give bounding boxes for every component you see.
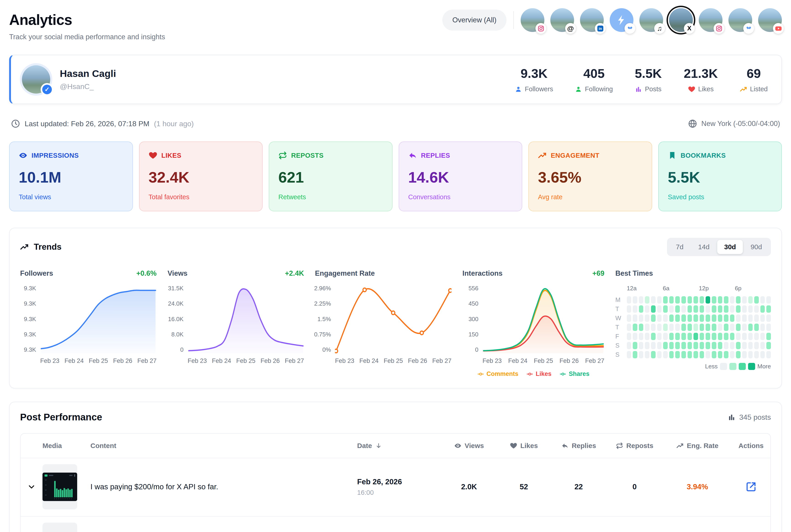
overview-all-button[interactable]: Overview (All)	[442, 10, 507, 31]
heatmap-cell	[681, 305, 686, 313]
range-30d-button[interactable]: 30d	[717, 240, 743, 254]
best-times-heatmap: Best Times 12a6a12p6p MTWTFSS LessMore	[615, 269, 771, 378]
chevron-down-icon	[27, 483, 36, 491]
range-90d-button[interactable]: 90d	[744, 240, 769, 254]
post-media-thumbnail[interactable]	[42, 522, 77, 532]
heatmap-cell	[633, 296, 637, 304]
post-row-partial	[21, 516, 770, 532]
heatmap-cell	[760, 315, 765, 322]
heatmap-cell	[681, 315, 686, 322]
bar-chart-icon	[635, 86, 642, 93]
external-link-icon	[746, 481, 756, 492]
account-avatar-instagram-2[interactable]	[699, 8, 722, 32]
heatmap-cell	[754, 305, 759, 313]
stat-following: 405 Following	[575, 66, 613, 93]
last-updated-text: Last updated: Feb 26, 2026, 07:18 PM	[25, 119, 149, 128]
heatmap-cell	[705, 342, 710, 349]
posts-label: Posts	[635, 86, 662, 93]
profile-avatar: ✓	[22, 65, 50, 94]
heatmap-cell	[742, 333, 747, 340]
heatmap-cell	[748, 305, 753, 313]
clock-icon	[11, 119, 20, 128]
expand-row-button[interactable]	[21, 483, 42, 491]
profile-stats: 9.3K Followers 405 Following 5.5K Posts	[515, 66, 768, 93]
account-avatar-bluesky-bolt[interactable]	[610, 8, 633, 32]
heatmap-cell	[730, 315, 735, 322]
heatmap-cell	[766, 342, 771, 349]
bookmarks-card: BOOKMARKS 5.5K Saved posts	[658, 141, 782, 211]
views-chart: Views +2.4K 31.5K24.0K16.0K8.0K0 Feb 23F…	[168, 269, 304, 378]
heatmap-cell	[742, 305, 747, 313]
open-post-button[interactable]	[732, 481, 770, 492]
col-replies: Replies	[551, 442, 606, 450]
threads-icon: @	[565, 23, 576, 34]
heatmap-cell	[687, 305, 692, 313]
heatmap-cell	[687, 315, 692, 322]
account-avatar-linkedin[interactable]: in	[580, 8, 604, 32]
heatmap-cell	[694, 324, 698, 331]
heatmap-cell	[663, 342, 668, 349]
heatmap-cell	[700, 305, 704, 313]
range-14d-button[interactable]: 14d	[691, 240, 716, 254]
post-performance-panel: Post Performance 345 posts Media Content…	[9, 402, 782, 532]
account-avatar-bluesky-2[interactable]	[729, 8, 752, 32]
heatmap-cell	[742, 296, 747, 304]
account-avatar-tiktok[interactable]: ♫	[639, 8, 663, 32]
heatmap-cell	[718, 296, 722, 304]
heatmap-cell	[675, 333, 680, 340]
account-avatars: @ in ♫ X	[521, 8, 782, 32]
heatmap-cell	[645, 305, 649, 313]
followers-plot	[40, 285, 157, 353]
range-7d-button[interactable]: 7d	[669, 240, 690, 254]
col-actions: Actions	[732, 442, 770, 450]
analytics-page: Analytics Track your social media perfor…	[0, 0, 791, 532]
heatmap-cell	[724, 296, 729, 304]
heatmap-grid: MTWTFSS	[615, 296, 771, 358]
account-avatar-youtube[interactable]	[758, 8, 782, 32]
heatmap-cell	[675, 351, 680, 358]
col-date-sort[interactable]: Date	[357, 442, 442, 450]
views-x-axis: Feb 23Feb 24Feb 25Feb 26Feb 27	[168, 357, 304, 364]
heatmap-cell	[669, 324, 674, 331]
interactions-legend: CommentsLikesShares	[462, 370, 604, 378]
heatmap-cell	[705, 305, 710, 313]
heatmap-cell	[675, 315, 680, 322]
heatmap-cell	[633, 315, 637, 322]
engagement-rate-chart-title: Engagement Rate	[315, 269, 375, 278]
heatmap-cell	[712, 296, 716, 304]
heatmap-cell	[736, 342, 740, 349]
likes-label: Likes	[684, 86, 718, 93]
heatmap-cell	[627, 342, 631, 349]
instagram-icon	[535, 23, 546, 34]
reply-icon	[561, 442, 569, 449]
impressions-sub: Total views	[19, 193, 123, 201]
heatmap-cell	[724, 333, 729, 340]
heatmap-cell	[748, 333, 753, 340]
heatmap-cell	[663, 305, 668, 313]
views-plot	[188, 285, 304, 353]
eye-icon	[19, 151, 27, 160]
heatmap-cell	[748, 324, 753, 331]
heatmap-cell	[627, 305, 631, 313]
post-replies: 22	[551, 482, 606, 491]
time-range-selector: 7d 14d 30d 90d	[667, 238, 771, 256]
heatmap-cell	[700, 296, 704, 304]
page-subtitle: Track your social media performance and …	[9, 33, 165, 41]
trending-up-icon	[538, 151, 547, 160]
x-icon: X	[684, 23, 695, 34]
account-avatar-instagram[interactable]	[521, 8, 545, 32]
account-avatar-x[interactable]: X	[669, 8, 693, 32]
post-media-thumbnail[interactable]	[42, 464, 77, 509]
heatmap-cell	[639, 296, 643, 304]
heatmap-row: W	[615, 315, 771, 322]
heatmap-cell	[724, 342, 729, 349]
interactions-chart-title: Interactions	[462, 269, 502, 278]
heatmap-cell	[760, 324, 765, 331]
followers-y-axis: 9.3K9.3K9.3K9.3K9.3K	[20, 285, 40, 353]
heatmap-cell	[712, 342, 716, 349]
heatmap-cell	[651, 333, 656, 340]
heatmap-cell	[627, 315, 631, 322]
trends-header: Trends 7d 14d 30d 90d	[20, 238, 771, 256]
account-avatar-threads[interactable]: @	[550, 8, 574, 32]
interactions-x-axis: Feb 23Feb 24Feb 25Feb 26Feb 27	[462, 357, 604, 364]
